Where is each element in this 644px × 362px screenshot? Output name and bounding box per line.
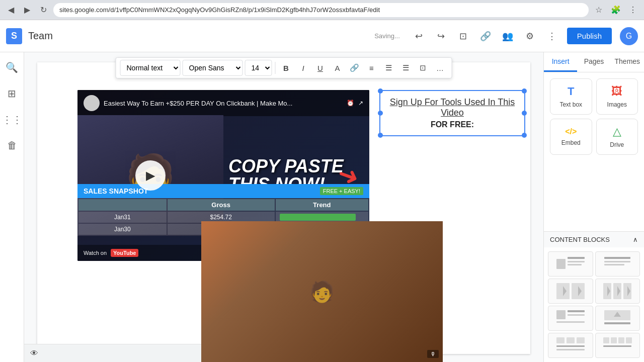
block-item-3[interactable] xyxy=(548,279,593,304)
svg-rect-18 xyxy=(568,310,585,312)
block-item-5[interactable] xyxy=(548,306,593,331)
tab-insert[interactable]: Insert xyxy=(544,52,577,72)
textbox-icon: T xyxy=(568,85,574,98)
block-item-8[interactable] xyxy=(595,333,640,358)
align-button[interactable]: ≡ xyxy=(364,60,379,75)
floating-video[interactable]: 🧑 🎙 xyxy=(201,221,443,362)
svg-rect-2 xyxy=(568,261,585,262)
font-select[interactable]: Open Sans Roboto Arial xyxy=(183,60,243,76)
block-preview-1 xyxy=(548,252,593,276)
content-blocks-header[interactable]: CONTENT BLOCKS ∧ xyxy=(544,231,644,247)
images-icon: 🖼 xyxy=(611,85,622,98)
svg-rect-19 xyxy=(568,314,585,316)
channel-avatar xyxy=(84,95,100,111)
url-bar[interactable] xyxy=(53,3,589,17)
sidebar-search-icon[interactable]: 🔍 xyxy=(3,58,21,76)
block-preview-5 xyxy=(548,306,593,330)
left-sidebar: 🔍 ⊞ ⋮⋮ 🗑 xyxy=(0,52,24,362)
block-item-2[interactable] xyxy=(595,251,640,277)
block-preview-2 xyxy=(596,252,640,276)
link-button[interactable]: 🔗 xyxy=(476,27,495,45)
reload-button[interactable]: ↻ xyxy=(36,3,50,17)
sidebar-drag-icon[interactable]: ⋮⋮ xyxy=(0,111,25,129)
indent-button[interactable]: ⊡ xyxy=(416,60,431,75)
link-button-toolbar[interactable]: 🔗 xyxy=(347,60,362,75)
drive-label: Drive xyxy=(610,141,624,148)
more-format-button[interactable]: … xyxy=(433,60,448,75)
play-button[interactable]: ▶ xyxy=(135,160,166,191)
insert-embed[interactable]: </> Embed xyxy=(550,119,592,155)
svg-rect-5 xyxy=(604,261,630,262)
floating-video-inner: 🧑 🎙 xyxy=(201,221,443,362)
text-style-select[interactable]: Normal text Heading 1 Heading 2 Heading … xyxy=(120,60,181,76)
block-svg-5 xyxy=(555,309,586,327)
handle-bl[interactable] xyxy=(378,133,383,138)
watch-on-label: Watch on xyxy=(84,250,107,256)
bold-button[interactable]: B xyxy=(279,60,294,75)
share-icon[interactable]: ↗ xyxy=(358,100,363,107)
back-button[interactable]: ◀ xyxy=(4,3,18,17)
svg-rect-0 xyxy=(556,259,566,269)
share-people-button[interactable]: 👥 xyxy=(499,27,517,45)
right-panel: Insert Pages Themes T Text box 🖼 Images … xyxy=(543,52,644,362)
col-gross: Gross xyxy=(168,199,275,211)
embed-icon: </> xyxy=(565,127,577,136)
svg-rect-20 xyxy=(556,321,585,323)
block-svg-6 xyxy=(602,309,632,327)
bullet-list-button[interactable]: ☰ xyxy=(398,60,414,75)
svg-rect-6 xyxy=(604,264,624,265)
forward-button[interactable]: ▶ xyxy=(20,3,34,17)
extensions-icon[interactable]: 🧩 xyxy=(609,3,623,17)
undo-button[interactable]: ↩ xyxy=(410,27,428,45)
block-item-6[interactable] xyxy=(595,306,640,331)
block-preview-6 xyxy=(596,306,640,330)
block-item-7[interactable] xyxy=(548,333,593,358)
handle-ml[interactable] xyxy=(378,111,383,116)
browser-chrome: ◀ ▶ ↻ ☆ 🧩 ⋮ xyxy=(0,0,644,20)
copy-paste-text: COPY PASTE xyxy=(228,157,344,175)
preview-eye-icon[interactable]: 👁 xyxy=(30,349,38,358)
underline-button[interactable]: U xyxy=(313,60,328,75)
redo-button[interactable]: ↪ xyxy=(432,27,450,45)
handle-mr[interactable] xyxy=(522,111,527,116)
insert-drive[interactable]: △ Drive xyxy=(596,119,638,155)
block-item-1[interactable] xyxy=(548,251,593,277)
settings-button[interactable]: ⚙ xyxy=(521,27,539,45)
watch-later-icon[interactable]: ⏰ xyxy=(347,100,354,107)
sidebar-pages-icon[interactable]: ⊞ xyxy=(5,84,19,103)
insert-textbox[interactable]: T Text box xyxy=(550,78,592,115)
handle-br[interactable] xyxy=(522,133,527,138)
font-size-select[interactable]: 14 12 16 18 24 xyxy=(245,60,272,76)
block-svg-1 xyxy=(555,255,586,273)
browser-nav: ◀ ▶ ↻ xyxy=(4,3,50,17)
publish-button[interactable]: Publish xyxy=(567,28,612,44)
tab-themes[interactable]: Themes xyxy=(611,52,644,72)
video-title: Easiest Way To Earn +$250 PER DAY On Cli… xyxy=(104,100,343,107)
block-svg-8 xyxy=(602,336,632,354)
text-box[interactable]: Sign Up For Tools Used In This Video FOR… xyxy=(379,90,525,136)
tab-pages[interactable]: Pages xyxy=(577,52,610,72)
sidebar-delete-icon[interactable]: 🗑 xyxy=(4,137,20,154)
text-box-line2: FOR FREE: xyxy=(388,120,516,129)
avatar[interactable]: G xyxy=(620,27,638,45)
floating-video-badge: 🎙 xyxy=(427,350,439,358)
block-item-4[interactable] xyxy=(595,279,640,304)
svg-rect-33 xyxy=(603,345,631,347)
block-preview-4 xyxy=(596,279,640,303)
format-toolbar: Normal text Heading 1 Heading 2 Heading … xyxy=(116,57,452,78)
drive-icon: △ xyxy=(613,125,621,138)
bookmark-icon[interactable]: ☆ xyxy=(592,3,606,17)
italic-button[interactable]: I xyxy=(296,60,311,75)
handle-tr[interactable] xyxy=(522,88,527,94)
preview-toggle-button[interactable]: ⊡ xyxy=(454,27,472,45)
handle-tl[interactable] xyxy=(378,88,383,94)
svg-rect-29 xyxy=(603,337,609,343)
insert-images[interactable]: 🖼 Images xyxy=(596,78,638,115)
numbered-list-button[interactable]: ☰ xyxy=(381,60,396,75)
chrome-menu-icon[interactable]: ⋮ xyxy=(626,3,640,17)
block-preview-3 xyxy=(548,279,593,303)
main-layout: 🔍 ⊞ ⋮⋮ 🗑 Normal text Heading 1 Heading 2… xyxy=(0,52,644,362)
video-title-bar: Easiest Way To Earn +$250 PER DAY On Cli… xyxy=(77,90,369,116)
more-options-button[interactable]: ⋮ xyxy=(543,27,561,45)
text-color-button[interactable]: A xyxy=(330,60,345,75)
